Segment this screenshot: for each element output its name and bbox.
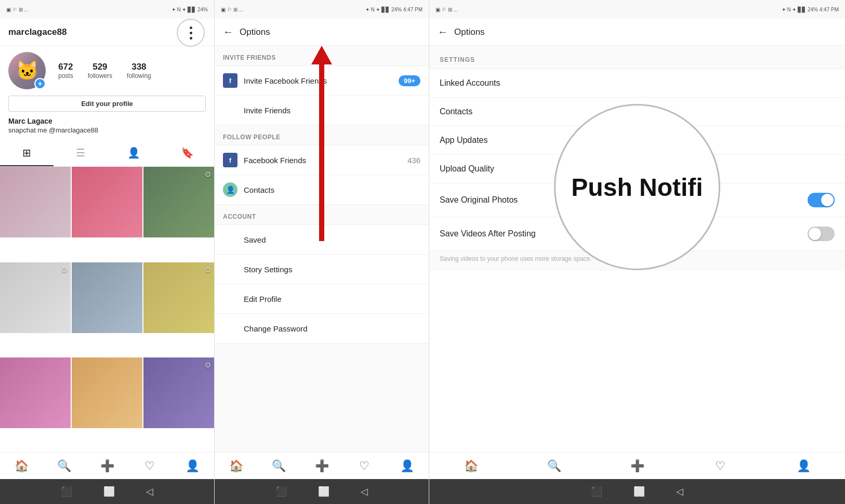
photo-cell[interactable]: ⊙ (143, 262, 214, 333)
three-dots-icon (190, 26, 192, 39)
follow-people-header: FOLLOW PEOPLE (215, 125, 429, 145)
edit-profile-button[interactable]: Edit your profile (8, 96, 206, 112)
android-back-button[interactable]: ◁ (146, 486, 153, 497)
linked-accounts-text: Linked Accounts (440, 78, 835, 88)
android-back-button-2[interactable]: ◁ (361, 486, 368, 497)
photo-cell[interactable]: ⊙ (143, 357, 214, 428)
posts-count: 672 (58, 62, 73, 72)
add-to-story-button[interactable]: + (34, 78, 46, 89)
photo-cell[interactable] (72, 262, 142, 333)
linked-accounts-item[interactable]: Linked Accounts (429, 69, 845, 98)
push-notification-circle: Push Notifi (554, 104, 720, 270)
invite-facebook-text: Invite Facebook Friends (244, 76, 399, 85)
nav-search-button-2[interactable]: 🔍 (257, 453, 300, 479)
nav-profile-button-2[interactable]: 👤 (386, 453, 429, 479)
nav-home-button[interactable]: 🏠 (0, 453, 43, 479)
android-home-button[interactable]: ⬜ (103, 486, 115, 497)
followers-count: 529 (93, 62, 107, 72)
invite-friends-item[interactable]: Invite Friends (215, 96, 429, 125)
profile-info: 🐱 + 672 posts 529 followers 338 followin… (0, 46, 214, 140)
android-nav-1: ⬛ ⬜ ◁ (0, 479, 214, 504)
photo-cell[interactable] (72, 357, 142, 428)
edit-profile-item[interactable]: Edit Profile (215, 284, 429, 314)
photo-cell[interactable]: ⊙ (143, 167, 214, 237)
back-button[interactable]: ← (223, 26, 233, 38)
invite-icon (223, 103, 237, 117)
story-settings-text: Story Settings (244, 265, 420, 274)
saved-item[interactable]: Saved (215, 225, 429, 255)
profile-stats-row: 🐱 + 672 posts 529 followers 338 followin… (8, 52, 206, 89)
settings-back-button[interactable]: ← (438, 26, 448, 38)
nav-add-button-3[interactable]: ➕ (596, 453, 679, 479)
nav-home-button-2[interactable]: 🏠 (215, 453, 257, 479)
photo-cell[interactable] (0, 167, 71, 237)
android-home-button-3[interactable]: ⬜ (633, 486, 645, 497)
nav-profile-button-3[interactable]: 👤 (762, 453, 845, 479)
photo-grid: ⊙ ⊙ ⊙ ⊙ (0, 167, 214, 452)
stats-group: 672 posts 529 followers 338 following (58, 62, 206, 79)
contacts-item[interactable]: 👤 Contacts (215, 175, 429, 204)
invite-friends-header: INVITE FRIENDS (215, 46, 429, 65)
tab-tagged[interactable]: 👤 (107, 140, 161, 166)
contacts-text: Contacts (244, 185, 420, 194)
video-indicator: ⊙ (205, 266, 211, 274)
video-indicator: ⊙ (61, 266, 68, 274)
facebook-friends-text: Facebook Friends (244, 156, 407, 165)
following-count: 338 (131, 62, 146, 72)
nav-heart-button-2[interactable]: ♡ (343, 453, 386, 479)
change-password-item[interactable]: Change Password (215, 314, 429, 343)
saved-text: Saved (244, 235, 420, 244)
following-stat[interactable]: 338 following (127, 62, 151, 79)
save-videos-toggle[interactable] (808, 227, 835, 241)
invite-facebook-item[interactable]: f Invite Facebook Friends 99+ (215, 66, 429, 96)
status-icons-left-3: ▣ ⚐ ⊞ ... (435, 7, 458, 12)
photo-cell[interactable] (72, 167, 142, 237)
photo-cell[interactable]: ⊙ (0, 262, 71, 333)
android-back-button-3[interactable]: ◁ (676, 486, 683, 497)
followers-label: followers (88, 72, 112, 79)
invite-badge: 99+ (399, 75, 420, 86)
bottom-nav-3: 🏠 🔍 ➕ ♡ 👤 (429, 452, 845, 479)
status-bar-2: ▣ ⚐ ⊞ ... ✦ N ✦ ▊▊ 24% 4:47 PM (215, 0, 429, 19)
more-options-button[interactable] (177, 19, 205, 47)
nav-heart-button[interactable]: ♡ (128, 453, 171, 479)
profile-username: marclagace88 (8, 27, 206, 37)
toggle-knob (821, 194, 834, 206)
status-bar-1: ▣ ⚐ ⊞ ... ✦ N ✦ ▊▊ 24% (0, 0, 214, 19)
status-right-2: ✦ N ✦ ▊▊ 24% 4:47 PM (365, 7, 422, 12)
photo-cell[interactable] (0, 357, 71, 428)
nav-add-button[interactable]: ➕ (86, 453, 128, 479)
options-topbar: ← Options (215, 19, 429, 46)
settings-options-title: Options (454, 27, 485, 37)
view-tabs: ⊞ ☰ 👤 🔖 (0, 140, 214, 167)
contacts-icon: 👤 (223, 182, 237, 197)
posts-stat: 672 posts (58, 62, 73, 79)
android-recent-button[interactable]: ⬛ (61, 486, 72, 497)
nav-heart-button-3[interactable]: ♡ (679, 453, 762, 479)
android-recent-button-3[interactable]: ⬛ (591, 486, 602, 497)
followers-stat[interactable]: 529 followers (88, 62, 112, 79)
posts-label: posts (58, 72, 73, 79)
status-bar-3: ▣ ⚐ ⊞ ... ✦ N ✦ ▊▊ 24% 4:47 PM (429, 0, 845, 19)
save-original-toggle[interactable] (808, 193, 835, 207)
profile-topbar: marclagace88 (0, 19, 214, 46)
nav-add-button-2[interactable]: ➕ (300, 453, 343, 479)
profile-name: Marc Lagace (8, 117, 206, 125)
tab-saved[interactable]: 🔖 (161, 140, 214, 166)
avatar-image: 🐱 (16, 60, 39, 82)
android-home-button-2[interactable]: ⬜ (318, 486, 329, 497)
story-settings-item[interactable]: Story Settings (215, 255, 429, 284)
tab-list[interactable]: ☰ (54, 140, 107, 166)
facebook-friends-item[interactable]: f Facebook Friends 436 (215, 145, 429, 175)
video-indicator: ⊙ (205, 361, 211, 369)
nav-home-button-3[interactable]: 🏠 (429, 453, 512, 479)
invite-friends-list: f Invite Facebook Friends 99+ Invite Fri… (215, 65, 429, 125)
nav-search-button[interactable]: 🔍 (43, 453, 85, 479)
change-password-icon (223, 321, 237, 336)
android-recent-button-2[interactable]: ⬛ (275, 486, 287, 497)
nav-search-button-3[interactable]: 🔍 (512, 453, 596, 479)
nav-profile-button[interactable]: 👤 (171, 453, 214, 479)
tab-grid[interactable]: ⊞ (0, 140, 54, 166)
avatar-wrap: 🐱 + (8, 52, 46, 89)
options-panel: ▣ ⚐ ⊞ ... ✦ N ✦ ▊▊ 24% 4:47 PM ← Options… (215, 0, 429, 504)
